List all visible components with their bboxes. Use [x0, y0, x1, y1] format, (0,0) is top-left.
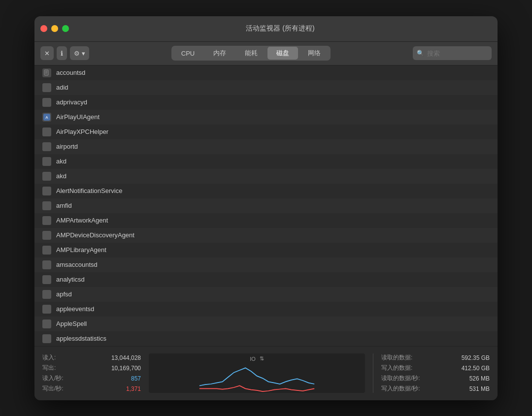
info-button[interactable]: ℹ — [57, 46, 67, 60]
tab-memory[interactable]: 内存 — [204, 47, 235, 60]
write-per-sec-label: 写出/秒: — [42, 384, 64, 393]
process-name: amfid — [56, 202, 72, 209]
list-item[interactable]: appleeventsd — [34, 302, 498, 317]
close-button[interactable] — [40, 25, 47, 32]
gear-button[interactable]: ⚙ ▾ — [70, 46, 89, 60]
process-name: adid — [56, 84, 68, 91]
process-name: adprivacyd — [56, 98, 87, 106]
list-item[interactable]: AirPlayXPCHelper — [34, 125, 498, 139]
svg-text:A: A — [45, 115, 48, 120]
titlebar: 活动监视器 (所有进程) — [34, 16, 498, 42]
write-per-sec-value: 1,371 — [101, 385, 141, 392]
data-read-label: 读取的数据: — [381, 353, 412, 362]
process-icon — [42, 68, 51, 77]
process-icon — [42, 216, 51, 225]
info-icon: ℹ — [61, 50, 63, 57]
stats-row-write-out: 写出: 10,169,700 — [42, 364, 141, 372]
process-name: AirPlayUIAgent — [56, 113, 100, 121]
process-name: accountsd — [56, 69, 85, 76]
toolbar-left-buttons: ✕ ℹ ⚙ ▾ — [40, 46, 89, 60]
stats-right: 读取的数据: 592.35 GB 写入的数据: 412.50 GB 读取的数据/… — [381, 353, 490, 393]
process-name: apfsd — [56, 290, 72, 298]
process-name: amsaccountsd — [56, 261, 98, 268]
list-item[interactable]: A AirPlayUIAgent — [34, 110, 498, 125]
stats-left: 读入: 13,044,028 写出: 10,169,700 读入/秒: 857 … — [42, 353, 141, 393]
io-chart: IO ⇅ — [149, 353, 365, 393]
stats-row-data-written: 写入的数据: 412.50 GB — [381, 364, 490, 372]
list-item[interactable]: apfsd — [34, 287, 498, 302]
traffic-lights — [40, 25, 69, 32]
close-process-button[interactable]: ✕ — [40, 46, 54, 60]
process-icon — [42, 334, 51, 343]
write-out-value: 10,169,700 — [101, 365, 141, 372]
process-icon — [42, 275, 51, 284]
search-box[interactable]: 🔍 — [413, 46, 492, 60]
list-item[interactable]: AlertNotificationService — [34, 184, 498, 198]
svg-rect-0 — [44, 70, 48, 75]
list-item[interactable]: applessdstatistics — [34, 331, 498, 346]
process-icon — [42, 98, 51, 107]
process-name: AppleSpell — [56, 320, 87, 327]
search-input[interactable] — [427, 50, 486, 57]
read-per-sec-label: 读入/秒: — [42, 374, 64, 383]
chart-header: IO ⇅ — [149, 355, 365, 362]
process-icon — [42, 201, 51, 210]
data-written-per-sec-value: 531 MB — [450, 385, 490, 392]
stats-row-read-in: 读入: 13,044,028 — [42, 353, 141, 362]
search-icon: 🔍 — [417, 50, 424, 57]
tab-group: CPU 内存 能耗 磁盘 网络 — [171, 46, 331, 61]
list-item[interactable]: amsaccountsd — [34, 257, 498, 272]
process-name: AlertNotificationService — [56, 187, 122, 194]
read-per-sec-value: 857 — [101, 375, 141, 382]
stats-panel: 读入: 13,044,028 写出: 10,169,700 读入/秒: 857 … — [34, 346, 498, 400]
process-icon — [42, 172, 51, 181]
list-item[interactable]: adprivacyd — [34, 95, 498, 110]
process-name: AirPlayXPCHelper — [56, 128, 108, 135]
gear-icon: ⚙ — [74, 50, 80, 57]
process-icon: A — [42, 113, 51, 122]
stats-row-read-per-sec: 读入/秒: 857 — [42, 374, 141, 383]
tab-network[interactable]: 网络 — [299, 47, 330, 60]
process-icon — [42, 157, 51, 166]
minimize-button[interactable] — [51, 25, 58, 32]
process-icon — [42, 231, 51, 240]
process-name: applessdstatistics — [56, 335, 106, 342]
process-list[interactable]: accountsd adid adprivacyd A AirPlayUIAge… — [34, 65, 498, 346]
list-item[interactable]: AppleSpell — [34, 317, 498, 331]
list-item[interactable]: airportd — [34, 139, 498, 154]
maximize-button[interactable] — [62, 25, 69, 32]
stats-row-data-read-per-sec: 读取的数据/秒: 526 MB — [381, 374, 490, 383]
list-item[interactable]: adid — [34, 80, 498, 95]
list-item[interactable]: AMPDeviceDiscoveryAgent — [34, 228, 498, 243]
process-name: AMPLibraryAgent — [56, 246, 106, 254]
tab-energy[interactable]: 能耗 — [236, 47, 266, 60]
tab-disk[interactable]: 磁盘 — [267, 47, 298, 60]
process-icon — [42, 142, 51, 151]
chart-sort-icon[interactable]: ⇅ — [260, 355, 264, 362]
tab-cpu[interactable]: CPU — [172, 47, 203, 60]
data-written-value: 412.50 GB — [450, 365, 490, 372]
process-icon — [42, 83, 51, 92]
window-title: 活动监视器 (所有进程) — [69, 24, 492, 33]
process-name: AMPArtworkAgent — [56, 217, 108, 224]
write-out-label: 写出: — [42, 364, 56, 372]
data-read-per-sec-value: 526 MB — [450, 375, 490, 382]
data-written-label: 写入的数据: — [381, 364, 412, 372]
process-name: airportd — [56, 143, 78, 150]
process-icon — [42, 246, 51, 255]
list-item[interactable]: akd — [34, 169, 498, 184]
list-item[interactable]: accountsd — [34, 65, 498, 80]
chart-label: IO — [250, 356, 256, 362]
list-item[interactable]: akd — [34, 154, 498, 169]
list-item[interactable]: analyticsd — [34, 272, 498, 287]
close-icon: ✕ — [44, 50, 50, 57]
data-read-per-sec-label: 读取的数据/秒: — [381, 374, 420, 383]
list-item[interactable]: AMPArtworkAgent — [34, 213, 498, 228]
data-read-value: 592.35 GB — [450, 354, 490, 361]
process-icon — [42, 187, 51, 195]
process-icon — [42, 128, 51, 136]
gear-dropdown-icon: ▾ — [82, 50, 85, 57]
list-item[interactable]: amfid — [34, 198, 498, 213]
process-icon — [42, 290, 51, 299]
list-item[interactable]: AMPLibraryAgent — [34, 243, 498, 257]
